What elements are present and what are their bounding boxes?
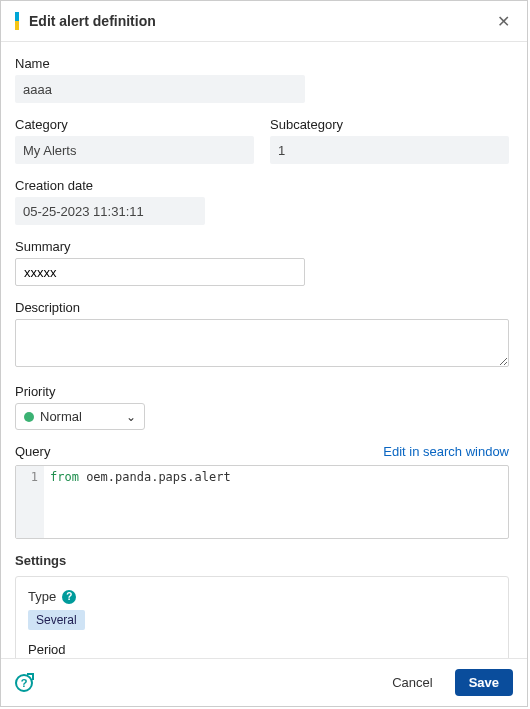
category-label: Category — [15, 117, 254, 132]
edit-alert-dialog: Edit alert definition ✕ Name aaaa Catego… — [0, 0, 528, 707]
type-label: Type — [28, 589, 56, 604]
priority-dot-icon — [24, 412, 34, 422]
name-value: aaaa — [15, 75, 305, 103]
description-label: Description — [15, 300, 509, 315]
dialog-body[interactable]: Name aaaa Category My Alerts Subcategory… — [1, 42, 527, 658]
query-editor[interactable]: 1 from oem.panda.paps.alert — [15, 465, 509, 539]
cancel-button[interactable]: Cancel — [378, 669, 446, 696]
priority-selected: Normal — [40, 409, 82, 424]
subcategory-value: 1 — [270, 136, 509, 164]
header-accent — [15, 12, 19, 30]
dialog-title: Edit alert definition — [29, 13, 493, 29]
edit-in-search-link[interactable]: Edit in search window — [383, 444, 509, 459]
dialog-footer: ? Cancel Save — [1, 658, 527, 706]
editor-gutter: 1 — [16, 466, 44, 538]
help-icon[interactable]: ? — [62, 590, 76, 604]
type-badge: Several — [28, 610, 85, 630]
close-icon: ✕ — [497, 12, 510, 31]
footer-help-icon[interactable]: ? — [15, 674, 33, 692]
category-value: My Alerts — [15, 136, 254, 164]
description-textarea[interactable] — [15, 319, 509, 367]
priority-label: Priority — [15, 384, 509, 399]
editor-content[interactable]: from oem.panda.paps.alert — [44, 466, 508, 538]
name-label: Name — [15, 56, 305, 71]
settings-panel: Type ? Several Period 30m ⌄ — [15, 576, 509, 658]
period-label: Period — [28, 642, 496, 657]
settings-heading: Settings — [15, 553, 509, 568]
chevron-down-icon: ⌄ — [126, 410, 136, 424]
close-button[interactable]: ✕ — [493, 11, 513, 31]
creation-date-label: Creation date — [15, 178, 205, 193]
subcategory-label: Subcategory — [270, 117, 509, 132]
query-label: Query — [15, 444, 50, 459]
summary-label: Summary — [15, 239, 305, 254]
summary-input[interactable] — [15, 258, 305, 286]
dialog-header: Edit alert definition ✕ — [1, 1, 527, 42]
save-button[interactable]: Save — [455, 669, 513, 696]
priority-select[interactable]: Normal ⌄ — [15, 403, 145, 430]
creation-date-value: 05-25-2023 11:31:11 — [15, 197, 205, 225]
